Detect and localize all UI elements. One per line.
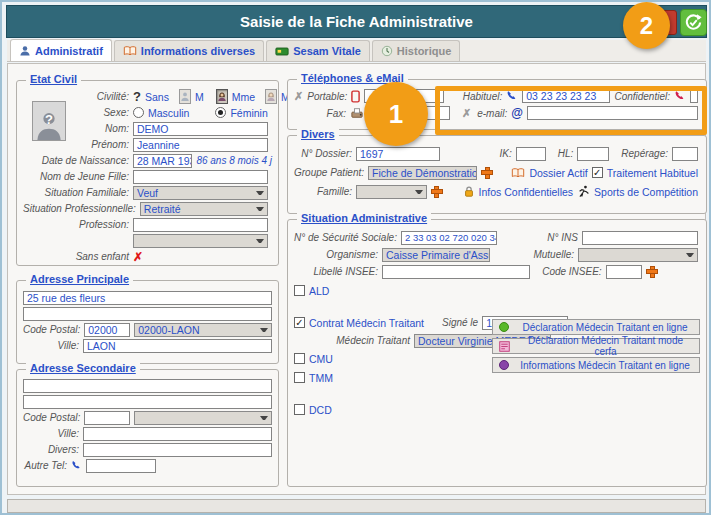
traitement-habituel-label: Traitement Habituel <box>607 167 698 179</box>
situation-professionnelle-label: Situation Professionnelle: <box>23 203 136 214</box>
woman-icon <box>217 91 227 102</box>
reperage-input[interactable] <box>672 147 698 161</box>
nom-input[interactable]: DEMO <box>133 122 268 136</box>
civilite-mme-button[interactable] <box>216 89 228 104</box>
informations-en-ligne-button[interactable]: Informations Médecin Traitant en ligne <box>492 357 700 373</box>
contrat-medecin-checkbox[interactable]: ✓ <box>294 317 305 328</box>
situation-professionnelle-select[interactable]: Retraité <box>140 202 268 216</box>
tab-informations-diverses[interactable]: Informations diverses <box>114 40 264 61</box>
adresse1-ligne1-input[interactable]: 25 rue des fleurs <box>23 291 272 305</box>
sports-competition-link[interactable]: Sports de Compétition <box>594 186 698 198</box>
situation-familiale-select[interactable]: Veuf <box>133 186 268 200</box>
portable-input[interactable] <box>364 89 444 103</box>
civilite-m-button[interactable] <box>179 89 191 104</box>
sexe-feminin-label: Féminin <box>230 107 267 119</box>
ik-label: IK: <box>500 148 512 159</box>
cmu-checkbox[interactable] <box>294 353 305 364</box>
person-icon <box>19 45 31 57</box>
libelle-insee-input[interactable] <box>382 265 530 279</box>
medecin-traitant-label: Médecin Traitant <box>294 335 410 346</box>
habituel-label: Habituel: <box>456 91 502 102</box>
adresse1-ville-input[interactable]: LAON <box>83 339 272 353</box>
habituel-input[interactable]: 03 23 23 23 23 <box>522 89 610 103</box>
check-icon: ✓ <box>295 318 303 328</box>
application-window: Saisie de la Fiche Administrative Admini… <box>0 0 711 515</box>
adresse2-ligne1-input[interactable] <box>23 379 272 393</box>
date-naissance-input[interactable]: 28 MAR 1933 <box>133 154 192 168</box>
group-title: Adresse Secondaire <box>26 362 140 374</box>
sans-enfant-cross-icon[interactable]: ✗ <box>133 250 143 264</box>
prenom-input[interactable]: Jeannine <box>133 138 268 152</box>
tab-historique[interactable]: Historique <box>372 40 460 61</box>
confidentiel-input[interactable] <box>690 89 698 103</box>
declaration-cerfa-button[interactable]: Déclaration Médecin Traitant mode cerfa <box>492 338 700 354</box>
code-postal-label: Code Postal: <box>23 324 80 335</box>
groupe-patient-select[interactable]: Fiche de Démonstration <box>368 166 477 180</box>
clear-email-icon[interactable]: ✗ <box>462 107 471 120</box>
civilite-m-option[interactable]: M <box>195 91 204 103</box>
group-telephones: Téléphones & eMail ✗ Portable: Habituel:… <box>287 79 707 130</box>
add-famille-icon[interactable] <box>431 186 443 198</box>
dossier-actif-link[interactable]: Dossier Actif <box>529 167 587 179</box>
group-title: Etat Civil <box>26 73 81 85</box>
traitement-habituel-checkbox[interactable]: ✓ <box>592 167 603 178</box>
titlebar: Saisie de la Fiche Administrative <box>6 5 707 38</box>
validate-button[interactable] <box>680 9 707 36</box>
group-title: Divers <box>297 128 339 140</box>
declaration-en-ligne-button[interactable]: Déclaration Médecin Traitant en ligne <box>492 319 700 335</box>
adresse2-ville-input[interactable] <box>83 427 272 441</box>
civilite-mme-option[interactable]: Mme <box>232 91 255 103</box>
patient-photo[interactable]: ? <box>32 101 66 141</box>
adresse1-commune-select[interactable]: 02000-LAON <box>134 323 272 337</box>
group-title: Téléphones & eMail <box>297 72 408 84</box>
autre-tel-input[interactable] <box>86 459 156 473</box>
autre-tel-label: Autre Tel: <box>23 460 67 471</box>
tab-bar: Administratif Informations diverses Sesa… <box>7 40 706 62</box>
adresse2-ligne2-input[interactable] <box>23 395 272 409</box>
sexe-masculin-radio[interactable] <box>133 107 144 118</box>
email-input[interactable] <box>527 106 698 120</box>
nom-jeune-fille-input[interactable] <box>133 170 268 184</box>
add-insee-icon[interactable] <box>646 266 658 278</box>
organisme-select[interactable]: Caisse Primaire d'Assur <box>382 248 490 262</box>
close-button[interactable] <box>657 10 677 35</box>
situation-familiale-label: Situation Familiale: <box>23 187 129 198</box>
adresse1-code-postal-input[interactable]: 02000 <box>84 323 130 337</box>
tmm-label: TMM <box>309 372 333 384</box>
clear-portable-icon[interactable]: ✗ <box>294 90 303 103</box>
profession-input[interactable] <box>133 218 268 232</box>
dossier-input[interactable]: 1697 <box>356 147 440 161</box>
profession-category-select[interactable] <box>133 234 268 248</box>
signe-le-label: Signé le <box>442 317 478 328</box>
purple-disc-icon <box>499 360 509 370</box>
question-icon: ? <box>33 112 65 127</box>
infos-confidentielles-link[interactable]: Infos Confidentielles <box>479 186 574 198</box>
add-groupe-icon[interactable] <box>481 167 493 179</box>
adresse2-commune-select[interactable] <box>134 411 272 425</box>
dcd-checkbox[interactable] <box>294 404 305 415</box>
validate-check-icon <box>684 13 703 32</box>
civilite-sans-option[interactable]: Sans <box>145 91 169 103</box>
ald-checkbox[interactable] <box>294 285 305 296</box>
adresse1-ligne2-input[interactable] <box>23 307 272 321</box>
adresse2-divers-input[interactable] <box>83 443 272 457</box>
code-insee-input[interactable] <box>606 265 642 279</box>
mutuelle-select[interactable] <box>578 248 698 262</box>
secu-input[interactable]: 2 33 03 02 720 020 34 <box>401 231 497 245</box>
ins-input[interactable] <box>582 231 698 245</box>
tab-administratif[interactable]: Administratif <box>10 39 112 61</box>
tab-sesam-vitale[interactable]: Sesam Vitale <box>266 40 370 61</box>
age-text: 86 ans 8 mois 4 j <box>196 155 272 166</box>
hl-input[interactable] <box>577 147 609 161</box>
sexe-feminin-radio[interactable] <box>215 107 226 118</box>
fax-label: Fax: <box>294 108 346 119</box>
tmm-checkbox[interactable] <box>294 372 305 383</box>
adresse2-code-postal-input[interactable] <box>84 411 130 425</box>
civilite-mlle-button[interactable] <box>265 89 277 104</box>
sans-enfant-label: Sans enfant <box>23 251 129 262</box>
famille-select[interactable] <box>356 185 427 199</box>
woman-icon <box>266 91 276 102</box>
question-icon: ? <box>133 89 141 104</box>
ik-input[interactable] <box>516 147 546 161</box>
fax-input[interactable] <box>368 106 450 120</box>
